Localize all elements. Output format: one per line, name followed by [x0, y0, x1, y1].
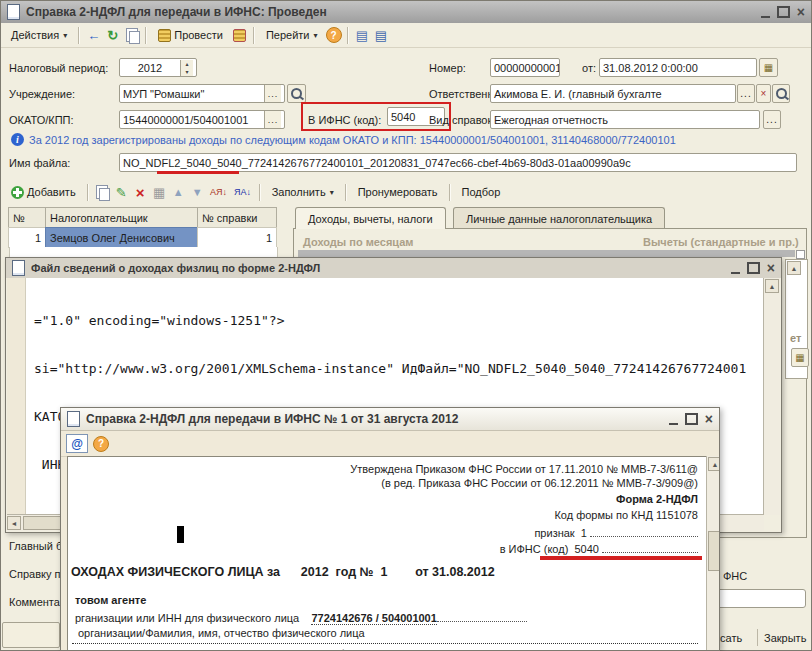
- button-fragment[interactable]: [2, 622, 60, 648]
- undo-post-icon[interactable]: [231, 27, 248, 44]
- list-settings-icon[interactable]: ▤: [354, 27, 371, 44]
- clear-icon: ×: [761, 88, 767, 99]
- calendar-icon: ▦: [764, 62, 773, 73]
- post-and-close-icon[interactable]: ←: [85, 27, 102, 44]
- write-button-partial[interactable]: сать: [720, 632, 742, 644]
- calendar-icon: ▦: [795, 352, 804, 363]
- label-fragment: Главный б: [9, 540, 62, 552]
- save-icon[interactable]: ▦: [151, 184, 168, 201]
- sort-desc-icon[interactable]: ЯА↓: [232, 184, 254, 201]
- chevron-down-icon: ▾: [313, 31, 317, 40]
- move-up-icon[interactable]: ▲: [170, 184, 187, 201]
- filename-label: Имя файла:: [9, 157, 70, 169]
- tax-period-label: Налоговый период:: [9, 62, 108, 74]
- inn-line: рганизации или ИНН для физического лица …: [75, 610, 527, 624]
- institution-input[interactable]: МУП "Ромашки" ...: [119, 84, 285, 103]
- close-button[interactable]: Закрыть: [764, 632, 806, 644]
- document-icon: [67, 411, 80, 427]
- responsible-input[interactable]: Акимова Е. И. (главный бухгалте: [490, 84, 736, 103]
- filter-settings-icon[interactable]: ▤: [373, 27, 390, 44]
- ellipsis-button[interactable]: ...: [264, 111, 281, 128]
- institution-label: Учреждение:: [9, 88, 75, 100]
- spin-up-icon[interactable]: ▴: [181, 60, 193, 68]
- form-toolbar: @ ?: [61, 431, 719, 457]
- search-button[interactable]: [287, 84, 306, 103]
- date-input[interactable]: 31.08.2012 0:00:00: [599, 58, 757, 77]
- spinner[interactable]: ▴ ▾: [180, 60, 193, 76]
- document-icon: [12, 260, 25, 276]
- maximize-icon[interactable]: [777, 6, 790, 18]
- form-name: Форма 2-НДФЛ: [616, 493, 698, 505]
- sort-asc-icon[interactable]: АЯ↓: [208, 184, 230, 201]
- search-icon: [776, 88, 787, 99]
- form-vertical-scrollbar[interactable]: ▲: [706, 456, 720, 650]
- minimize-icon[interactable]: [761, 16, 770, 18]
- maximize-icon[interactable]: [685, 413, 698, 425]
- close-icon[interactable]: ×: [797, 6, 805, 18]
- add-button[interactable]: Добавить: [5, 181, 82, 203]
- copy-icon[interactable]: [94, 184, 111, 201]
- ellipsis-button[interactable]: ...: [763, 110, 781, 129]
- clear-button[interactable]: ×: [756, 84, 771, 103]
- number-input[interactable]: 00000000001: [490, 58, 560, 77]
- dotted-rule: [72, 643, 698, 644]
- numerate-button[interactable]: Пронумеровать: [352, 181, 444, 203]
- scroll-thumb[interactable]: [708, 531, 720, 571]
- search-button[interactable]: [772, 84, 790, 103]
- form-window-title: Справка 2-НДФЛ для передачи в ИФНС № 1 о…: [86, 412, 458, 426]
- spin-down-icon[interactable]: ▾: [181, 68, 193, 76]
- tax-period-input[interactable]: 2012 ▴ ▾: [119, 58, 197, 77]
- scroll-up-icon[interactable]: ▲: [708, 457, 720, 471]
- scroll-up-button[interactable]: ▲: [787, 261, 801, 275]
- at-icon: @: [71, 437, 83, 451]
- agent-section-line: товом агенте: [75, 594, 146, 606]
- maximize-icon[interactable]: [747, 262, 760, 274]
- info-text: За 2012 год зарегистрированы доходы по с…: [29, 134, 676, 146]
- incomes-by-month-header: Доходы по месяцам: [303, 236, 413, 248]
- edit-pencil-icon[interactable]: ✎: [113, 184, 130, 201]
- post-button[interactable]: Провести: [152, 24, 229, 46]
- help-icon[interactable]: ?: [326, 27, 342, 43]
- vertical-scrollbar[interactable]: ▲: [763, 278, 780, 515]
- minimize-icon[interactable]: [731, 272, 740, 274]
- refresh-icon[interactable]: ↻: [104, 27, 121, 44]
- actions-button[interactable]: Действия ▾: [5, 24, 73, 46]
- main-titlebar[interactable]: Справка 2-НДФЛ для передачи в ИФНС: Пров…: [1, 1, 811, 23]
- form-window: Справка 2-НДФЛ для передачи в ИФНС № 1 о…: [60, 407, 720, 651]
- command-bar: Добавить ✎ × ▦ ▲ ▼ АЯ↓ ЯА↓ Заполнить ▾ П…: [1, 180, 812, 204]
- close-icon[interactable]: ×: [705, 413, 713, 425]
- pick-button[interactable]: Подбор: [456, 181, 507, 203]
- screen: Справка 2-НДФЛ для передачи в ИФНС: Пров…: [0, 0, 812, 651]
- tab-incomes[interactable]: Доходы, вычеты, налоги: [295, 207, 446, 229]
- table-header: № Налогоплательщик № справки: [9, 207, 277, 228]
- close-icon[interactable]: ×: [767, 262, 775, 274]
- move-down-icon[interactable]: ▼: [189, 184, 206, 201]
- scroll-left-icon[interactable]: ◄: [7, 516, 21, 530]
- okato-input[interactable]: 15440000001/504001001 ...: [119, 110, 285, 129]
- form-titlebar[interactable]: Справка 2-НДФЛ для передачи в ИФНС № 1 о…: [61, 408, 719, 431]
- calendar-button-fragment[interactable]: ▦: [791, 348, 809, 367]
- minimize-icon[interactable]: [669, 423, 678, 425]
- fill-button[interactable]: Заполнить ▾: [266, 181, 340, 203]
- scroll-up-icon[interactable]: ▲: [765, 279, 779, 293]
- calendar-button[interactable]: ▦: [759, 58, 778, 77]
- info-icon: i: [11, 133, 24, 146]
- send-email-button[interactable]: @: [66, 434, 88, 453]
- help-icon[interactable]: ?: [93, 436, 109, 452]
- text-cursor: [177, 526, 184, 543]
- ellipsis-button[interactable]: ...: [737, 84, 755, 103]
- coins-icon: [158, 29, 171, 42]
- tab-personal-data[interactable]: Личные данные налогоплательщика: [453, 207, 665, 229]
- ellipsis-button[interactable]: ...: [264, 85, 281, 102]
- copy-new-icon[interactable]: [123, 27, 140, 44]
- filename-input[interactable]: NO_NDFL2_5040_5040_7724142676772400101_2…: [119, 153, 797, 172]
- xml-titlebar[interactable]: Файл сведений о доходах физлиц по форме …: [6, 258, 781, 278]
- search-icon: [291, 88, 302, 99]
- table-row[interactable]: 1 Земцов Олег Денисович 1: [9, 227, 277, 248]
- red-underline: [540, 556, 702, 560]
- goto-button[interactable]: Перейти ▾: [260, 24, 324, 46]
- kind-input[interactable]: Ежегодная отчетность: [490, 110, 760, 129]
- red-underline: [157, 171, 239, 174]
- right-text-fragment: ет: [790, 332, 801, 344]
- delete-icon[interactable]: ×: [132, 184, 149, 201]
